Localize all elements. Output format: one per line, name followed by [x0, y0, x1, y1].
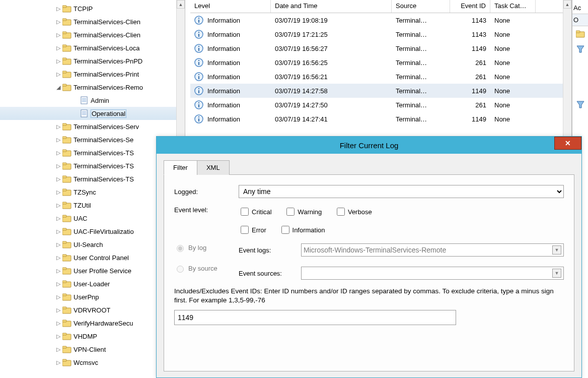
tree-label: VDRVROOT [74, 306, 110, 314]
twisty-icon[interactable]: ▷ [55, 228, 61, 235]
tree-item[interactable]: ▷TerminalServices-Clien [0, 15, 185, 28]
tree-item[interactable]: ▷TerminalServices-Print [0, 68, 185, 81]
twisty-icon[interactable]: ▷ [55, 346, 61, 353]
event-logs-combo[interactable]: Microsoft-Windows-TerminalServices-Remot… [301, 243, 564, 257]
create-custom-view-icon[interactable] [572, 41, 588, 56]
twisty-icon[interactable]: ▷ [55, 176, 61, 182]
event-level-label: Event level: [174, 206, 239, 214]
scroll-up-icon[interactable]: ▲ [563, 0, 571, 9]
tree-label: User-Loader [74, 280, 110, 288]
tree-item[interactable]: ◢TerminalServices-Remo [0, 81, 185, 94]
chevron-down-icon: ▼ [552, 269, 561, 278]
scroll-up-icon[interactable]: ▲ [177, 0, 185, 9]
twisty-icon[interactable]: ▷ [55, 163, 61, 169]
tree-item[interactable]: ▷TerminalServices-Loca [0, 41, 185, 54]
open-saved-log-icon[interactable] [572, 26, 588, 41]
table-row[interactable]: Information03/07/19 16:56:25Terminal…261… [190, 55, 571, 70]
twisty-icon[interactable]: ▷ [55, 19, 61, 25]
logged-select[interactable]: Any time [239, 185, 564, 198]
table-row[interactable]: Information03/07/19 19:08:19Terminal…114… [190, 13, 571, 27]
tree-label: TCPIP [74, 5, 93, 13]
twisty-icon[interactable]: ▷ [55, 137, 61, 143]
twisty-icon[interactable]: ▷ [55, 189, 61, 196]
table-row[interactable]: Information03/07/19 14:27:50Terminal…261… [190, 98, 571, 112]
twisty-icon[interactable]: ▷ [55, 58, 61, 65]
dialog-title-bar[interactable]: Filter Current Log ✕ [157, 137, 581, 154]
tree-item[interactable]: Admin [0, 94, 185, 107]
twisty-icon[interactable]: ▷ [55, 123, 61, 130]
information-checkbox[interactable]: Information [279, 224, 325, 235]
col-level[interactable]: Level [190, 0, 271, 13]
error-checkbox[interactable]: Error [239, 224, 266, 235]
tree-label: VHDMP [74, 333, 97, 340]
tree-item[interactable]: ▷TerminalServices-Clien [0, 28, 185, 41]
twisty-icon[interactable]: ▷ [55, 294, 61, 300]
table-row[interactable]: Information03/07/19 16:56:21Terminal…261… [190, 70, 571, 84]
filter-tab-panel: Logged: Any time Event level: Critical W… [164, 175, 574, 371]
twisty-icon[interactable]: ◢ [55, 84, 61, 91]
tab-xml[interactable]: XML [197, 160, 230, 175]
tree-label: User Control Panel [74, 254, 129, 262]
col-task[interactable]: Task Cat… [490, 0, 536, 13]
col-date[interactable]: Date and Time [271, 0, 392, 13]
tree-label: TerminalServices-Clien [74, 31, 140, 39]
event-id-help: Includes/Excludes Event IDs: Enter ID nu… [174, 287, 564, 305]
tree-label: TZSync [74, 188, 96, 196]
tree-label: TerminalServices-TS [74, 149, 134, 157]
twisty-icon[interactable]: ▷ [55, 255, 61, 261]
tree-label: Operational [91, 109, 126, 118]
tree-label: VerifyHardwareSecu [74, 320, 133, 327]
tree-label: TerminalServices-Se [74, 136, 133, 144]
svg-rect-1 [576, 31, 580, 33]
event-id-input[interactable] [174, 310, 456, 325]
verbose-checkbox[interactable]: Verbose [335, 206, 372, 217]
tree-label: TerminalServices-PnPD [74, 57, 142, 65]
tree-item[interactable]: ▷TerminalServices-Serv [0, 120, 185, 133]
twisty-icon[interactable]: ▷ [55, 333, 61, 340]
event-sources-combo[interactable]: ▼ [301, 267, 564, 280]
table-row[interactable]: Information03/07/19 14:27:41Terminal…114… [190, 112, 571, 126]
col-eventid[interactable]: Event ID [450, 0, 490, 13]
twisty-icon[interactable]: ▷ [55, 268, 61, 274]
by-source-radio[interactable]: By source [174, 264, 239, 273]
tree-label: UI-Search [74, 241, 103, 248]
twisty-icon[interactable]: ▷ [55, 71, 61, 78]
twisty-icon[interactable]: ▷ [55, 202, 61, 209]
twisty-icon[interactable]: ▷ [55, 281, 61, 287]
twisty-icon[interactable]: ▷ [55, 6, 61, 12]
table-row[interactable]: Information03/07/19 16:56:27Terminal…114… [190, 41, 571, 55]
event-logs-label: Event logs: [239, 246, 301, 254]
twisty-icon[interactable]: ▷ [55, 215, 61, 222]
tree-label: TerminalServices-Serv [74, 123, 139, 131]
tree-label: TerminalServices-Remo [74, 84, 143, 91]
twisty-icon[interactable]: ▷ [55, 150, 61, 156]
tree-item[interactable]: Operational [0, 107, 185, 120]
table-row[interactable]: Information03/07/19 14:27:58Terminal…114… [190, 84, 571, 98]
tree-label: TerminalServices-TS [74, 162, 134, 170]
tree-item[interactable]: ▷TCPIP [0, 2, 185, 15]
twisty-icon[interactable]: ▷ [55, 320, 61, 327]
tree-item[interactable]: ▷TerminalServices-PnPD [0, 54, 185, 68]
tree-label: User Profile Service [74, 267, 131, 275]
warning-checkbox[interactable]: Warning [284, 206, 322, 217]
tree-label: Wcmsvc [74, 359, 98, 366]
tab-filter[interactable]: Filter [164, 160, 197, 175]
by-log-radio[interactable]: By log [174, 243, 239, 252]
tree-label: TerminalServices-Print [74, 71, 139, 78]
twisty-icon[interactable]: ▷ [55, 359, 61, 366]
col-source[interactable]: Source [392, 0, 450, 13]
event-sources-label: Event sources: [239, 270, 301, 277]
actions-header: Ac [572, 2, 588, 14]
filter-log-icon[interactable] [572, 97, 588, 112]
twisty-icon[interactable]: ▷ [55, 32, 61, 38]
twisty-icon[interactable]: ▷ [55, 45, 61, 51]
tree-label: TerminalServices-Loca [74, 44, 140, 52]
twisty-icon[interactable]: ▷ [55, 307, 61, 313]
filter-current-log-dialog: Filter Current Log ✕ Filter XML Logged: … [156, 136, 582, 378]
table-row[interactable]: Information03/07/19 17:21:25Terminal…114… [190, 27, 571, 41]
close-button[interactable]: ✕ [554, 137, 581, 150]
svg-marker-2 [577, 46, 584, 52]
twisty-icon[interactable]: ▷ [55, 241, 61, 248]
critical-checkbox[interactable]: Critical [239, 206, 272, 217]
tree-label: UserPnp [74, 293, 99, 301]
